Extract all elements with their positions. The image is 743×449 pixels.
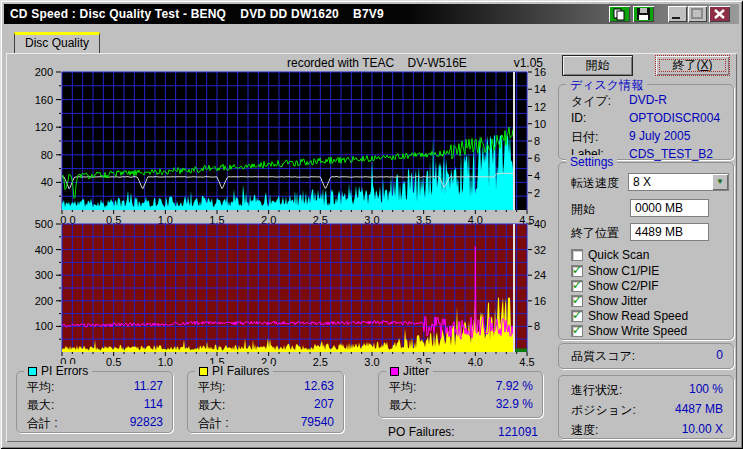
pi-errors-title: PI Errors bbox=[41, 364, 88, 378]
speed-select[interactable]: 8 X ▼ bbox=[628, 173, 729, 191]
pi-failures-max: 最大:207 bbox=[198, 397, 334, 414]
minimize-button[interactable] bbox=[668, 6, 687, 22]
svg-text:24: 24 bbox=[534, 269, 546, 281]
disc-id-row: ID:OPTODISCR004 bbox=[571, 111, 723, 128]
maximize-button[interactable] bbox=[688, 6, 707, 22]
settings-groupbox: Settings 転送速度 8 X ▼ 開始 0000 MB 終了位置 4489… bbox=[558, 162, 734, 340]
tab-disc-quality[interactable]: Disc Quality bbox=[14, 32, 100, 54]
svg-text:2.5: 2.5 bbox=[313, 356, 328, 368]
start-pos-field[interactable]: 0000 MB bbox=[630, 199, 709, 217]
pi-errors-total: 合計 :92823 bbox=[27, 415, 163, 432]
pi-failures-swatch bbox=[199, 367, 208, 376]
jitter-max: 最大:32.9 % bbox=[389, 397, 533, 414]
progress-row: 進行状況:100 % bbox=[571, 382, 723, 399]
svg-text:40: 40 bbox=[534, 218, 546, 230]
post-cursor-block bbox=[515, 348, 527, 352]
svg-text:200: 200 bbox=[35, 66, 53, 78]
svg-text:16: 16 bbox=[534, 295, 546, 307]
pi-failures-title: PI Failures bbox=[212, 364, 269, 378]
window-title: CD Speed : Disc Quality Test - BENQ DVD … bbox=[10, 4, 384, 24]
svg-text:10: 10 bbox=[534, 118, 546, 130]
svg-text:3.0: 3.0 bbox=[364, 356, 379, 368]
svg-text:4: 4 bbox=[534, 170, 540, 182]
application-window: CD Speed : Disc Quality Test - BENQ DVD … bbox=[0, 0, 743, 449]
jitter-average: 平均:7.92 % bbox=[389, 379, 533, 396]
pi-errors-average: 平均:11.27 bbox=[27, 379, 163, 396]
pi-failures-groupbox: PI Failures 平均:12.63 最大:207 合計 :79540 bbox=[187, 371, 344, 433]
svg-text:16: 16 bbox=[534, 66, 546, 78]
show-jitter-checkbox[interactable] bbox=[571, 295, 583, 307]
settings-title: Settings bbox=[566, 155, 617, 169]
show-read-speed-checkbox[interactable] bbox=[571, 310, 583, 322]
po-failures-row: PO Failures: 121091 bbox=[388, 425, 538, 441]
svg-text:14: 14 bbox=[534, 83, 546, 95]
show-write-speed-checkbox[interactable] bbox=[571, 325, 583, 337]
speed-row: 速度:10.00 X bbox=[571, 422, 723, 439]
pi-errors-swatch bbox=[28, 367, 37, 376]
pi-failures-total: 合計 :79540 bbox=[198, 415, 334, 432]
svg-text:4.5: 4.5 bbox=[519, 356, 534, 368]
po-failures-label: PO Failures: bbox=[388, 425, 455, 439]
side-panel: 開始 終了(X) ディスク情報 タイプ:DVD-R ID:OPTODISCR00… bbox=[555, 55, 737, 441]
show-c2-pif-checkbox[interactable] bbox=[571, 280, 583, 292]
progress-groupbox: 進行状況:100 % ポジション:4487 MB 速度:10.00 X bbox=[558, 375, 734, 439]
svg-text:200: 200 bbox=[35, 295, 53, 307]
jitter-swatch bbox=[390, 367, 399, 376]
svg-text:100: 100 bbox=[35, 320, 53, 332]
disc-info-groupbox: ディスク情報 タイプ:DVD-R ID:OPTODISCR004 日付:9 Ju… bbox=[558, 84, 734, 160]
svg-text:8: 8 bbox=[534, 320, 540, 332]
stop-button[interactable]: 終了(X) bbox=[655, 55, 730, 76]
svg-text:40: 40 bbox=[41, 176, 53, 188]
quality-score-groupbox: 品質スコア:0 bbox=[558, 343, 734, 369]
pi-errors-max: 最大:114 bbox=[27, 397, 163, 414]
disc-quality-top-chart: 40801201602002468101214160.00.51.01.52.0… bbox=[30, 62, 555, 238]
svg-text:300: 300 bbox=[35, 269, 53, 281]
svg-text:6: 6 bbox=[534, 152, 540, 164]
close-button[interactable] bbox=[709, 6, 730, 22]
end-pos-field[interactable]: 4489 MB bbox=[630, 223, 709, 241]
svg-text:80: 80 bbox=[41, 149, 53, 161]
quality-score-row: 品質スコア:0 bbox=[571, 348, 723, 365]
svg-text:400: 400 bbox=[35, 244, 53, 256]
svg-text:12: 12 bbox=[534, 101, 546, 113]
disc-date-row: 日付:9 July 2005 bbox=[571, 129, 723, 146]
disc-quality-bottom-chart: 1002003004005008162432400.00.51.01.52.02… bbox=[30, 214, 555, 380]
svg-text:2: 2 bbox=[534, 187, 540, 199]
svg-text:500: 500 bbox=[35, 218, 53, 230]
title-bar: CD Speed : Disc Quality Test - BENQ DVD … bbox=[4, 4, 739, 24]
svg-text:4.0: 4.0 bbox=[468, 356, 483, 368]
svg-text:8: 8 bbox=[534, 135, 540, 147]
disc-type-row: タイプ:DVD-R bbox=[571, 93, 723, 110]
start-button[interactable]: 開始 bbox=[562, 55, 633, 76]
position-row: ポジション:4487 MB bbox=[571, 402, 723, 419]
copy-icon[interactable] bbox=[609, 6, 630, 22]
chevron-down-icon[interactable]: ▼ bbox=[712, 174, 728, 190]
cd-speed-window: { "window": { "title": "CD Speed : Disc … bbox=[0, 0, 743, 449]
svg-text:32: 32 bbox=[534, 244, 546, 256]
jitter-groupbox: Jitter 平均:7.92 % 最大:32.9 % bbox=[378, 371, 543, 418]
po-failures-value: 121091 bbox=[498, 425, 538, 439]
save-icon[interactable] bbox=[633, 6, 654, 22]
svg-text:1.0: 1.0 bbox=[158, 356, 173, 368]
svg-text:120: 120 bbox=[35, 121, 53, 133]
svg-text:0.5: 0.5 bbox=[106, 356, 121, 368]
show-c1-pie-checkbox[interactable] bbox=[571, 265, 583, 277]
quick-scan-checkbox[interactable] bbox=[571, 249, 583, 261]
pi-failures-average: 平均:12.63 bbox=[198, 379, 334, 396]
disc-info-title: ディスク情報 bbox=[566, 77, 647, 94]
svg-text:160: 160 bbox=[35, 94, 53, 106]
pi-errors-groupbox: PI Errors 平均:11.27 最大:114 合計 :92823 bbox=[16, 371, 173, 433]
jitter-title: Jitter bbox=[403, 364, 429, 378]
